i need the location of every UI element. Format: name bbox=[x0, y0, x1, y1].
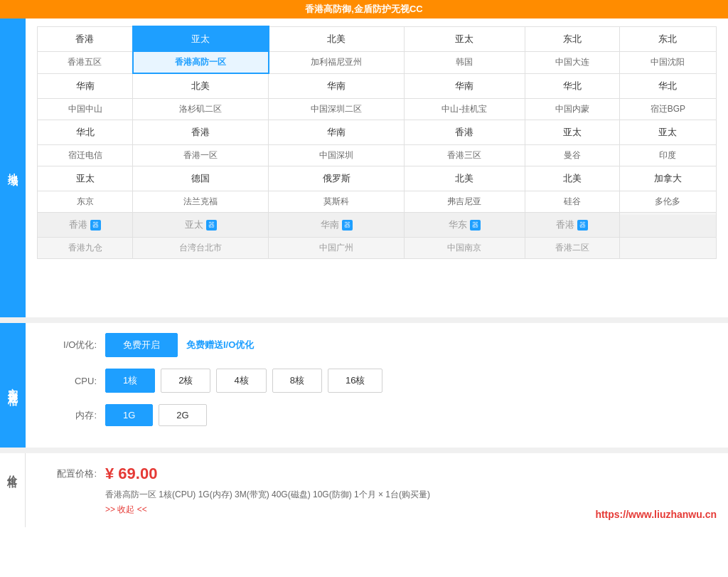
region-cell[interactable]: 北美 加利福尼亚州 bbox=[269, 26, 404, 73]
region-cell-gray[interactable]: 香港 器 香港二区 bbox=[525, 213, 619, 259]
region-cell[interactable]: 加拿大 多伦多 bbox=[619, 166, 716, 213]
price-section: 价格 配置价格: ¥ 69.00 香港高防一区 1核(CPU) 1G(内存) 3… bbox=[0, 453, 728, 527]
io-hint: 免费赠送I/O优化 bbox=[186, 339, 254, 351]
region-sidebar: 地域 bbox=[0, 18, 26, 317]
price-row: 配置价格: ¥ 69.00 bbox=[40, 465, 714, 483]
region-cell[interactable]: 俄罗斯 莫斯科 bbox=[269, 166, 404, 213]
region-row-1: 香港 香港五区 亚太 香港高防一区 北美 加利福尼亚州 亚太 bbox=[38, 26, 717, 73]
price-label-side: 价格 bbox=[6, 467, 19, 473]
region-cell-gray[interactable]: 亚太 器 台湾台北市 bbox=[133, 213, 269, 259]
region-cell[interactable]: 东北 中国沈阳 bbox=[619, 26, 716, 73]
region-cell-gray[interactable]: 香港 器 香港九仓 bbox=[38, 213, 133, 259]
cpu-4core-button[interactable]: 4核 bbox=[216, 369, 266, 393]
cpu-row: CPU: 1核 2核 4核 8核 16核 bbox=[40, 369, 714, 393]
region-cell[interactable]: 北美 弗吉尼亚 bbox=[404, 166, 525, 213]
region-cell[interactable]: 华南 中山-挂机宝 bbox=[404, 73, 525, 120]
region-cell[interactable]: 北美 洛杉矶二区 bbox=[133, 73, 269, 120]
top-banner: 香港高防御,金盾防护无视CC bbox=[0, 0, 728, 18]
spec-section: 实例规格 I/O优化: 免费开启 免费赠送I/O优化 CPU: 1核 2核 bbox=[0, 323, 728, 453]
region-cell[interactable]: 德国 法兰克福 bbox=[133, 166, 269, 213]
region-table: 香港 香港五区 亚太 香港高防一区 北美 加利福尼亚州 亚太 bbox=[37, 26, 717, 259]
cpu-1core-button[interactable]: 1核 bbox=[105, 369, 155, 393]
io-label: I/O优化: bbox=[40, 339, 97, 351]
price-sidebar: 价格 bbox=[0, 453, 26, 527]
price-desc: 香港高防一区 1核(CPU) 1G(内存) 3M(带宽) 40G(磁盘) 10G… bbox=[40, 489, 714, 501]
region-cell[interactable]: 东北 中国大连 bbox=[525, 26, 619, 73]
page: 香港高防御,金盾防护无视CC 地域 香港 香港五区 亚太 香港高防一区 bbox=[0, 0, 728, 577]
memory-row: 内存: 1G 2G bbox=[40, 404, 714, 426]
region-section: 地域 香港 香港五区 亚太 香港高防一区 bbox=[0, 18, 728, 323]
region-cell[interactable]: 华北 宿迁电信 bbox=[38, 120, 133, 166]
io-hint-prefix: 免费赠送 bbox=[186, 339, 223, 350]
cpu-label: CPU: bbox=[40, 376, 97, 386]
watermark: https://www.liuzhanwu.cn bbox=[595, 509, 717, 520]
region-cell[interactable]: 香港 香港三区 bbox=[404, 120, 525, 166]
io-hint-highlight: I/O优化 bbox=[223, 339, 254, 350]
spec-label: 实例规格 bbox=[6, 380, 19, 391]
region-cell[interactable]: 华北 宿迁BGP bbox=[619, 73, 716, 120]
price-value: ¥ 69.00 bbox=[105, 465, 157, 483]
cpu-8core-button[interactable]: 8核 bbox=[272, 369, 322, 393]
config-price-label: 配置价格: bbox=[40, 467, 97, 480]
region-cell[interactable]: 北美 硅谷 bbox=[525, 166, 619, 213]
region-row-2: 华南 中国中山 北美 洛杉矶二区 华南 中国深圳二区 华南 bbox=[38, 73, 717, 120]
region-cell[interactable]: 亚太 东京 bbox=[38, 166, 133, 213]
region-cell-gray[interactable]: 华东 器 中国南京 bbox=[404, 213, 525, 259]
region-row-3: 华北 宿迁电信 香港 香港一区 华南 中国深圳 香港 bbox=[38, 120, 717, 166]
region-row-4: 亚太 东京 德国 法兰克福 俄罗斯 莫斯科 北美 bbox=[38, 166, 717, 213]
io-row: I/O优化: 免费开启 免费赠送I/O优化 bbox=[40, 333, 714, 357]
region-cell-active[interactable]: 亚太 香港高防一区 bbox=[133, 26, 269, 73]
region-row-5: 香港 器 香港九仓 亚太 器 台湾台北市 华南 器 bbox=[38, 213, 717, 259]
region-cell[interactable]: 华南 中国深圳 bbox=[269, 120, 404, 166]
memory-options: 1G 2G bbox=[105, 404, 207, 426]
region-cell[interactable]: 华北 中国内蒙 bbox=[525, 73, 619, 120]
region-cell[interactable]: 亚太 印度 bbox=[619, 120, 716, 166]
io-options: 免费开启 免费赠送I/O优化 bbox=[105, 333, 254, 357]
region-cell[interactable]: 香港 香港五区 bbox=[38, 26, 133, 73]
spec-content: I/O优化: 免费开启 免费赠送I/O优化 CPU: 1核 2核 4核 8核 1… bbox=[26, 323, 728, 448]
banner-text: 香港高防御,金盾防护无视CC bbox=[305, 4, 422, 14]
spec-sidebar: 实例规格 bbox=[0, 323, 26, 448]
region-content: 香港 香港五区 亚太 香港高防一区 北美 加利福尼亚州 亚太 bbox=[26, 18, 728, 317]
region-label: 地域 bbox=[6, 165, 19, 171]
region-cell[interactable]: 华南 中国深圳二区 bbox=[269, 73, 404, 120]
memory-2g-button[interactable]: 2G bbox=[159, 404, 206, 426]
memory-1g-button[interactable]: 1G bbox=[105, 404, 153, 426]
cpu-options: 1核 2核 4核 8核 16核 bbox=[105, 369, 382, 393]
region-cell-gray[interactable]: 华南 器 中国广州 bbox=[269, 213, 404, 259]
region-cell[interactable]: 亚太 曼谷 bbox=[525, 120, 619, 166]
region-cell-empty bbox=[619, 213, 716, 259]
memory-label: 内存: bbox=[40, 409, 97, 422]
region-cell[interactable]: 香港 香港一区 bbox=[133, 120, 269, 166]
region-cell[interactable]: 华南 中国中山 bbox=[38, 73, 133, 120]
region-cell[interactable]: 亚太 韩国 bbox=[404, 26, 525, 73]
cpu-16core-button[interactable]: 16核 bbox=[328, 369, 382, 393]
cpu-2core-button[interactable]: 2核 bbox=[161, 369, 210, 393]
io-enable-button[interactable]: 免费开启 bbox=[105, 333, 178, 357]
